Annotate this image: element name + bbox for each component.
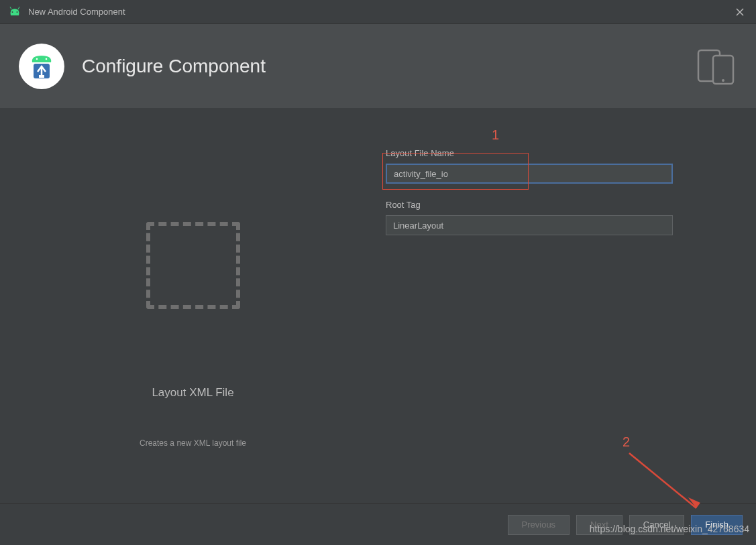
cancel-button[interactable]: Cancel <box>629 515 684 535</box>
svg-point-12 <box>722 79 724 82</box>
preview-subtitle: Creates a new XML layout file <box>140 438 246 448</box>
layout-file-name-input[interactable] <box>386 164 673 184</box>
page-title: Configure Component <box>82 56 266 77</box>
window-title: New Android Component <box>28 7 125 17</box>
root-tag-label: Root Tag <box>386 200 676 210</box>
footer: Previous Next Cancel Finish <box>0 503 756 545</box>
svg-point-0 <box>12 11 13 13</box>
next-button[interactable]: Next <box>576 515 623 535</box>
close-button[interactable] <box>732 4 748 20</box>
main-content: Layout XML File Creates a new XML layout… <box>0 108 756 503</box>
titlebar: New Android Component <box>0 0 756 24</box>
android-logo-icon <box>8 6 21 18</box>
svg-point-1 <box>17 11 18 13</box>
form-panel: Layout File Name Root Tag <box>386 108 756 503</box>
preview-panel: Layout XML File Creates a new XML layout… <box>0 108 386 503</box>
wizard-icon <box>19 44 64 89</box>
root-tag-input[interactable] <box>386 215 673 235</box>
header: Configure Component <box>0 24 756 108</box>
previous-button[interactable]: Previous <box>508 515 570 535</box>
device-icon <box>694 45 737 88</box>
preview-title: Layout XML File <box>152 386 233 400</box>
svg-rect-9 <box>39 75 44 78</box>
svg-point-7 <box>46 58 48 60</box>
layout-file-name-label: Layout File Name <box>386 148 676 158</box>
preview-placeholder <box>146 222 240 309</box>
svg-point-6 <box>36 58 38 60</box>
svg-line-2 <box>10 7 11 9</box>
svg-line-3 <box>18 7 19 9</box>
finish-button[interactable]: Finish <box>691 515 743 535</box>
